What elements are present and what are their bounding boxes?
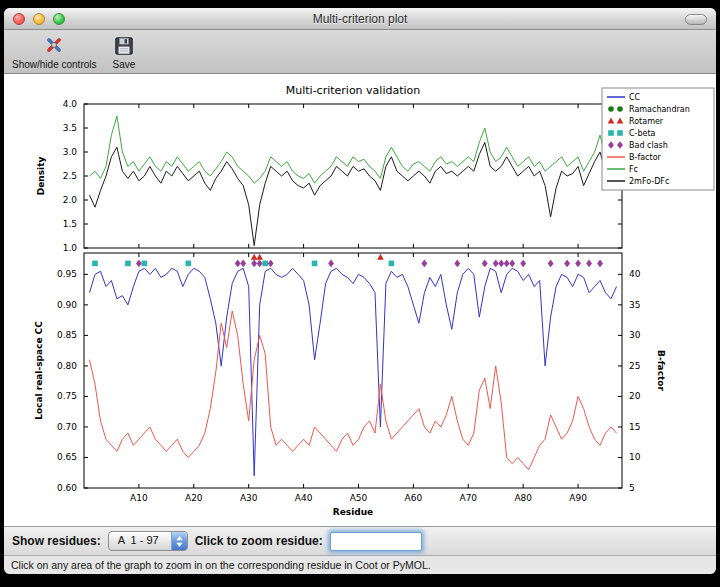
svg-text:10: 10	[629, 452, 641, 462]
svg-text:35: 35	[629, 300, 640, 310]
svg-text:A60: A60	[405, 493, 423, 503]
svg-text:2.0: 2.0	[63, 195, 78, 205]
plot-area[interactable]: Multi-criterion validation1.01.52.02.53.…	[4, 74, 716, 526]
svg-text:0.60: 0.60	[57, 483, 77, 493]
svg-text:Bad clash: Bad clash	[629, 141, 668, 150]
svg-text:30: 30	[629, 330, 641, 340]
window-title: Multi-criterion plot	[4, 12, 716, 26]
floppy-disk-icon	[113, 33, 135, 58]
svg-text:1.0: 1.0	[63, 243, 78, 253]
svg-text:A80: A80	[514, 493, 532, 503]
svg-text:0.95: 0.95	[57, 269, 77, 279]
rotamer-markers	[251, 254, 384, 260]
svg-text:2.5: 2.5	[63, 171, 77, 181]
zoom-residue-label: Click to zoom residue:	[195, 534, 323, 548]
svg-text:25: 25	[629, 361, 640, 371]
status-bar: Click on any area of the graph to zoom i…	[4, 555, 716, 574]
svg-text:0.80: 0.80	[57, 361, 77, 371]
svg-text:CC: CC	[629, 93, 641, 102]
svg-text:5: 5	[629, 483, 635, 493]
svg-text:Residue: Residue	[333, 507, 373, 517]
svg-text:3.0: 3.0	[63, 147, 78, 157]
zoom-residue-input[interactable]	[330, 532, 422, 551]
svg-text:A40: A40	[295, 493, 313, 503]
svg-text:40: 40	[629, 269, 641, 279]
svg-text:Multi-criterion validation: Multi-criterion validation	[286, 84, 421, 97]
svg-text:A10: A10	[130, 493, 148, 503]
svg-text:C-beta: C-beta	[629, 129, 656, 138]
show-hide-controls-button[interactable]: Show/hide controls	[12, 33, 97, 70]
toolbar: Show/hide controls Save	[4, 30, 716, 74]
svg-text:3.5: 3.5	[63, 123, 77, 133]
multi-criterion-figure[interactable]: Multi-criterion validation1.01.52.02.53.…	[4, 74, 716, 526]
svg-text:1.5: 1.5	[63, 219, 77, 229]
stepper-arrows-icon	[171, 532, 187, 550]
svg-text:Fc: Fc	[629, 165, 638, 174]
svg-text:Local real-space CC: Local real-space CC	[34, 321, 44, 420]
svg-text:A70: A70	[459, 493, 477, 503]
svg-text:B-factor: B-factor	[629, 153, 662, 162]
svg-text:0.70: 0.70	[57, 422, 77, 432]
residue-range-select[interactable]: A 1 - 97	[108, 531, 188, 551]
residue-range-value: A 1 - 97	[109, 532, 171, 550]
svg-text:2mFo-DFc: 2mFo-DFc	[629, 177, 669, 186]
svg-text:15: 15	[629, 422, 640, 432]
svg-text:4.0: 4.0	[63, 99, 78, 109]
svg-text:0.90: 0.90	[57, 300, 77, 310]
crossed-tools-icon	[42, 33, 66, 58]
svg-text:20: 20	[629, 391, 641, 401]
svg-text:A30: A30	[240, 493, 258, 503]
bad-clash-markers	[136, 260, 603, 268]
svg-text:A50: A50	[350, 493, 368, 503]
window: Multi-criterion plot Show/hide controls	[4, 8, 716, 574]
svg-text:Density: Density	[36, 157, 46, 196]
legend: CCRamachandranRotamerC-betaBad clashB-fa…	[602, 88, 714, 190]
status-text: Click on any area of the graph to zoom i…	[11, 559, 431, 571]
save-label: Save	[113, 59, 136, 70]
svg-text:B-factor: B-factor	[656, 350, 666, 391]
2mfo-dfc-line	[90, 142, 617, 245]
b-factor-line	[90, 311, 617, 470]
svg-text:Ramachandran: Ramachandran	[629, 105, 690, 114]
controls-bar: Show residues: A 1 - 97 Click to zoom re…	[4, 526, 716, 555]
svg-text:A90: A90	[569, 493, 587, 503]
svg-text:0.75: 0.75	[57, 391, 77, 401]
svg-text:A20: A20	[185, 493, 203, 503]
show-residues-label: Show residues:	[12, 534, 101, 548]
save-button[interactable]: Save	[113, 33, 136, 70]
toolbar-toggle-button[interactable]	[685, 14, 707, 25]
show-hide-controls-label: Show/hide controls	[12, 59, 97, 70]
titlebar[interactable]: Multi-criterion plot	[4, 8, 716, 30]
svg-text:0.65: 0.65	[57, 452, 77, 462]
svg-text:0.85: 0.85	[57, 330, 77, 340]
svg-text:Rotamer: Rotamer	[629, 117, 664, 126]
